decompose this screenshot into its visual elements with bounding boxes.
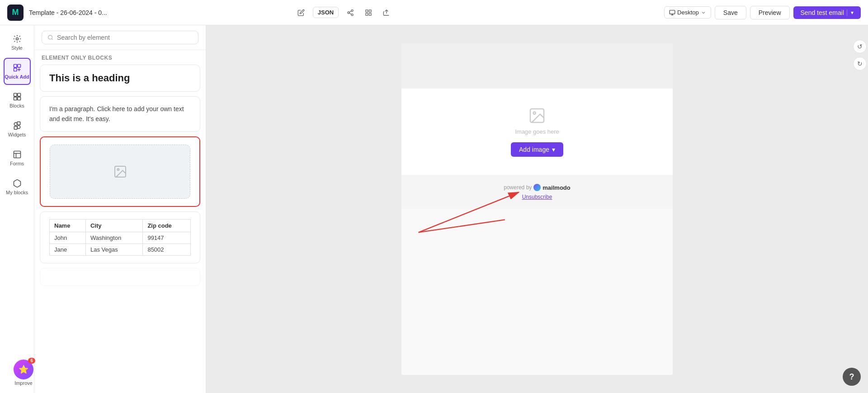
svg-rect-14 bbox=[14, 65, 17, 68]
svg-rect-19 bbox=[14, 97, 17, 100]
panel-sidebar: ELEMENT ONLY BLOCKS This is a heading I'… bbox=[34, 25, 206, 393]
undo-button[interactable]: ↺ bbox=[853, 40, 867, 53]
elements-list: This is a heading I'm a paragraph. Click… bbox=[34, 65, 206, 393]
preview-button[interactable]: Preview bbox=[750, 6, 790, 19]
heading-text: This is a heading bbox=[49, 72, 191, 84]
send-label: Send test email bbox=[801, 9, 844, 16]
table-cell: Las Vegas bbox=[85, 243, 142, 255]
search-icon bbox=[47, 34, 53, 41]
widgets-label: Widgets bbox=[8, 132, 26, 137]
svg-point-2 bbox=[351, 14, 353, 15]
extra-element-card[interactable] bbox=[40, 268, 200, 286]
heading-element-card[interactable]: This is a heading bbox=[40, 65, 200, 92]
forms-icon bbox=[13, 150, 22, 159]
paragraph-text: I'm a paragraph. Click here to add your … bbox=[49, 104, 191, 124]
table-row: John Washington 99147 bbox=[50, 232, 191, 243]
widgets-icon bbox=[13, 121, 22, 130]
share-button[interactable] bbox=[344, 6, 357, 19]
svg-point-0 bbox=[351, 9, 353, 11]
svg-line-4 bbox=[349, 11, 352, 12]
table-cell: 85002 bbox=[143, 243, 191, 255]
sidebar-item-forms[interactable]: Forms bbox=[4, 145, 31, 172]
redo-button[interactable]: ↻ bbox=[853, 57, 867, 70]
table-cell: Washington bbox=[85, 232, 142, 243]
mailmodo-logo bbox=[533, 184, 541, 191]
svg-rect-5 bbox=[366, 10, 368, 12]
canvas-footer: powered by mailmodo Unsubscribe bbox=[401, 175, 673, 209]
svg-point-28 bbox=[48, 35, 52, 39]
sidebar-item-blocks[interactable]: Blocks bbox=[4, 87, 31, 114]
top-navbar: M Template - 26-06-2024 - 0... JSON Desk… bbox=[0, 0, 868, 25]
canvas-top-space bbox=[401, 43, 673, 89]
style-label: Style bbox=[11, 45, 22, 51]
blocks-icon bbox=[13, 92, 22, 101]
mailmodo-badge: mailmodo bbox=[533, 184, 570, 191]
svg-point-22 bbox=[17, 126, 20, 129]
improve-icon: ⭐ bbox=[19, 365, 28, 374]
footer-powered: powered by mailmodo bbox=[504, 184, 570, 191]
send-test-email-button[interactable]: Send test email ▾ bbox=[793, 6, 861, 19]
blocks-label: Blocks bbox=[9, 103, 24, 108]
json-button[interactable]: JSON bbox=[313, 7, 339, 18]
improve-label: Improve bbox=[14, 380, 33, 386]
forms-label: Forms bbox=[10, 161, 24, 166]
search-input-wrap[interactable] bbox=[42, 31, 198, 44]
canvas-image-block: Image goes here Add image ▾ bbox=[401, 89, 673, 175]
table-element-card[interactable]: Name City Zip code John Washington 99147… bbox=[40, 211, 200, 263]
canvas-area: Image goes here Add image ▾ powered by m… bbox=[206, 25, 868, 393]
svg-point-33 bbox=[533, 112, 536, 114]
svg-rect-24 bbox=[14, 126, 17, 130]
svg-rect-16 bbox=[14, 68, 17, 71]
search-box bbox=[34, 25, 206, 50]
svg-rect-20 bbox=[17, 97, 20, 100]
canvas-image-text: Image goes here bbox=[515, 128, 559, 135]
help-button[interactable]: ? bbox=[843, 368, 861, 386]
sidebar-item-my-blocks[interactable]: My blocks bbox=[4, 173, 31, 201]
canvas-image-placeholder: Image goes here bbox=[515, 107, 559, 135]
svg-point-21 bbox=[14, 122, 17, 126]
svg-rect-15 bbox=[17, 65, 20, 68]
device-selector[interactable]: Desktop bbox=[664, 6, 711, 19]
table-cell: John bbox=[50, 232, 86, 243]
save-button[interactable]: Save bbox=[715, 6, 746, 19]
my-blocks-label: My blocks bbox=[6, 190, 28, 195]
history-button[interactable] bbox=[362, 6, 375, 19]
paragraph-element-card[interactable]: I'm a paragraph. Click here to add your … bbox=[40, 96, 200, 132]
add-image-label: Add image bbox=[519, 146, 549, 153]
sidebar-item-style[interactable]: Style bbox=[4, 29, 31, 56]
table-header-zip: Zip code bbox=[143, 219, 191, 232]
send-chevron-icon[interactable]: ▾ bbox=[847, 9, 854, 16]
svg-rect-7 bbox=[369, 13, 372, 15]
add-image-button[interactable]: Add image ▾ bbox=[511, 142, 563, 157]
main-layout: Style Quick Add Blocks Widgets Forms My … bbox=[0, 25, 868, 393]
cloud-save-button[interactable] bbox=[380, 6, 393, 19]
search-input[interactable] bbox=[57, 34, 193, 41]
section-label: ELEMENT ONLY BLOCKS bbox=[34, 50, 206, 65]
edit-template-name-button[interactable] bbox=[295, 6, 307, 19]
table-row: Jane Las Vegas 85002 bbox=[50, 243, 191, 255]
improve-button[interactable]: ⭐ 6 Improve bbox=[14, 360, 33, 386]
style-icon bbox=[13, 34, 22, 43]
svg-line-3 bbox=[349, 13, 352, 14]
icon-sidebar: Style Quick Add Blocks Widgets Forms My … bbox=[0, 25, 34, 393]
sidebar-item-widgets[interactable]: Widgets bbox=[4, 116, 31, 143]
improve-badge: 6 bbox=[28, 358, 35, 364]
template-name: Template - 26-06-2024 - 0... bbox=[29, 9, 289, 16]
email-canvas: Image goes here Add image ▾ powered by m… bbox=[401, 43, 673, 375]
image-element-card[interactable] bbox=[40, 136, 200, 207]
my-blocks-icon bbox=[13, 179, 22, 188]
add-image-chevron-icon: ▾ bbox=[552, 146, 555, 153]
image-placeholder-icon bbox=[113, 164, 127, 179]
help-icon: ? bbox=[849, 372, 854, 382]
svg-rect-6 bbox=[369, 10, 372, 12]
svg-point-1 bbox=[348, 12, 349, 14]
svg-rect-23 bbox=[17, 122, 20, 125]
sidebar-item-quick-add[interactable]: Quick Add bbox=[4, 58, 31, 85]
canvas-image-icon bbox=[528, 107, 546, 125]
unsubscribe-link[interactable]: Unsubscribe bbox=[522, 194, 552, 200]
table-header-name: Name bbox=[50, 219, 86, 232]
app-logo: M bbox=[7, 5, 24, 21]
svg-line-29 bbox=[52, 39, 52, 40]
table-header-city: City bbox=[85, 219, 142, 232]
image-placeholder-inner bbox=[50, 145, 190, 199]
